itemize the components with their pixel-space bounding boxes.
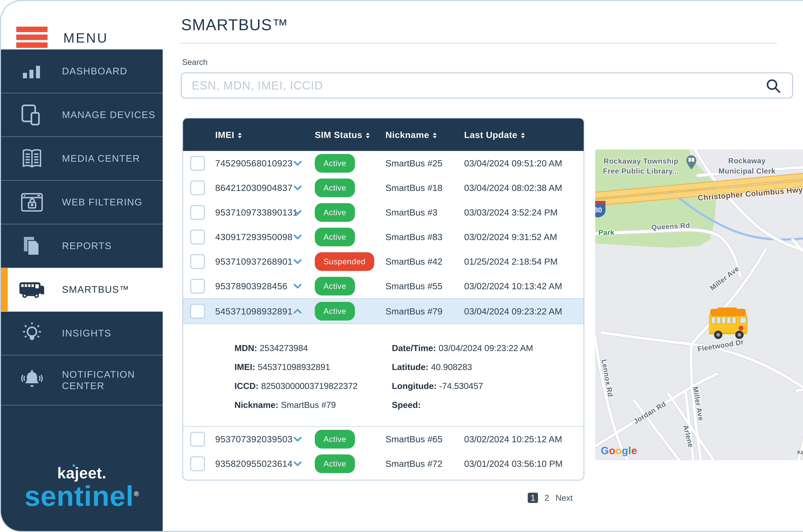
table-row[interactable]: 545371098932891 Active SmartBus #79 03/0… [183,298,584,324]
menu-label: MENU [63,30,108,46]
row-last-update: 03/04/2024 09:23:22 AM [464,306,584,317]
bus-icon [15,276,49,303]
sidebar-item-web-filtering[interactable]: WEB FILTERING [1,180,163,224]
table-row[interactable]: 745290568010923 Active SmartBus #25 03/0… [183,151,584,175]
detail-datetime: Date/Time:03/04/2024 09:23:22 AM [392,343,533,353]
chevron-down-icon[interactable] [292,256,303,267]
table-row[interactable]: 430917293950098 Active SmartBus #83 03/0… [183,225,584,249]
row-checkbox[interactable] [190,156,205,171]
row-imei: 864212030904837 [207,183,292,193]
expanded-row-details: MDN:2534273984 IMEI:545371098932891 ICCD… [183,324,584,427]
row-checkbox[interactable] [190,279,205,293]
row-checkbox[interactable] [190,456,205,471]
page-1-button[interactable]: 1 [528,493,538,503]
bell-icon [15,367,49,393]
row-checkbox[interactable] [190,254,205,269]
row-checkbox[interactable] [190,205,205,220]
column-header-nickname[interactable]: Nickname [384,130,464,140]
row-nickname: SmartBus #83 [384,232,464,242]
row-imei: 9537109733890131 [207,207,292,217]
row-checkbox[interactable] [190,230,205,244]
sort-icon [238,133,242,138]
sidebar-item-notification-center[interactable]: NOTIFICATION CENTER [1,355,163,405]
status-badge: Active [315,277,355,296]
map-panel[interactable]: 80 Rockaway Township Free Public Library… [595,150,803,460]
keyboard-shortcuts-link[interactable]: Keyboard shortcuts [797,449,803,455]
row-nickname: SmartBus #72 [384,458,464,469]
row-last-update: 03/02/2024 10:13:42 AM [464,281,584,291]
search-icon[interactable] [764,77,782,95]
google-logo[interactable]: Google [601,445,637,457]
logo-j-dot [73,464,75,467]
map-label: Rockaway Township [604,157,678,165]
sidebar-item-manage-devices[interactable]: MANAGE DEVICES [1,93,163,137]
detail-speed: Speed: [392,400,533,410]
status-badge: Active [315,454,355,473]
row-nickname: SmartBus #42 [384,256,464,267]
table-row[interactable]: 953707392039503 Active SmartBus #65 03/0… [183,427,584,451]
row-nickname: SmartBus #3 [384,207,464,217]
column-header-imei[interactable]: IMEI [207,130,292,140]
sidebar-nav: DASHBOARD MANAGE DEVICES [1,49,163,405]
row-nickname: SmartBus #79 [384,306,464,317]
hamburger-menu-icon[interactable] [16,27,47,48]
sidebar-item-insights[interactable]: INSIGHTS [1,312,163,355]
column-header-sim-status[interactable]: SIM Status [310,130,384,140]
row-last-update: 03/04/2024 09:51:20 AM [464,158,584,168]
row-nickname: SmartBus #55 [384,281,464,291]
table-rows-top: 745290568010923 Active SmartBus #25 03/0… [183,151,584,324]
chevron-up-icon[interactable] [292,306,303,317]
chevron-down-icon[interactable] [292,183,303,193]
detail-longitude: Longitude:-74.530457 [392,381,533,391]
search-input[interactable] [181,72,793,98]
table-row[interactable]: 953710937268901 Suspended SmartBus #42 0… [183,249,584,274]
column-header-last-update[interactable]: Last Update [464,130,584,140]
table-row[interactable]: 9537109733890131 Active SmartBus #3 03/0… [183,200,584,225]
map-label: Free Public Library... [603,167,679,175]
table-row[interactable]: 95378903928456 Active SmartBus #55 03/02… [183,274,584,298]
row-nickname: SmartBus #65 [384,434,464,444]
sidebar-item-media-center[interactable]: MEDIA CENTER [1,137,163,180]
row-imei: 545371098932891 [207,306,292,317]
lightbulb-icon [15,321,49,346]
row-nickname: SmartBus #18 [384,183,464,193]
row-imei: 430917293950098 [207,232,292,242]
documents-icon [15,233,49,259]
sidebar-item-dashboard[interactable]: DASHBOARD [1,50,163,93]
chevron-down-icon[interactable] [292,281,303,291]
app-window: MENU DASHBOARD MANAGE DEVICES [0,0,803,532]
table-row[interactable]: 935820955023614 Active SmartBus #72 03/0… [183,451,584,476]
menu-header: MENU [1,1,163,49]
row-checkbox[interactable] [190,432,205,446]
chevron-down-icon[interactable] [292,158,303,169]
detail-latitude: Latitude:40.908283 [392,362,533,372]
search-label: Search [182,57,208,67]
map-label: Municipal Clerk [719,167,776,175]
row-last-update: 03/02/2024 10:25:12 AM [464,434,584,444]
next-page-button[interactable]: Next [555,493,573,502]
row-imei: 95378903928456 [207,281,292,291]
status-badge: Active [315,154,355,173]
detail-imei: IMEI:545371098932891 [234,362,392,372]
pagination: 1 2 Next [520,493,573,503]
kajeet-sentinel-logo: kajeet. sentinel® [1,464,163,510]
chevron-down-icon[interactable] [292,232,303,242]
chevron-down-icon[interactable] [292,458,303,469]
detail-iccd: ICCD:82503000003719822372 [234,381,392,391]
page-2-button[interactable]: 2 [544,493,549,502]
status-badge: Active [315,228,355,246]
row-imei: 745290568010923 [207,158,292,168]
row-checkbox[interactable] [190,180,205,195]
sidebar-item-smartbus[interactable]: SMARTBUS™ [1,268,163,312]
page-title: SMARTBUS™ [181,16,288,34]
table-row[interactable]: 864212030904837 Active SmartBus #18 03/0… [183,175,584,200]
row-checkbox[interactable] [190,304,205,319]
chevron-down-icon[interactable] [292,434,303,444]
row-last-update: 03/03/2024 3:52:24 PM [464,207,584,217]
sort-icon [366,133,370,138]
table-rows-bottom: 953707392039503 Active SmartBus #65 03/0… [183,427,584,476]
sidebar-item-reports[interactable]: REPORTS [1,224,163,268]
status-badge: Suspended [315,252,374,271]
chevron-down-icon[interactable] [292,207,303,218]
browser-lock-icon [15,189,49,215]
